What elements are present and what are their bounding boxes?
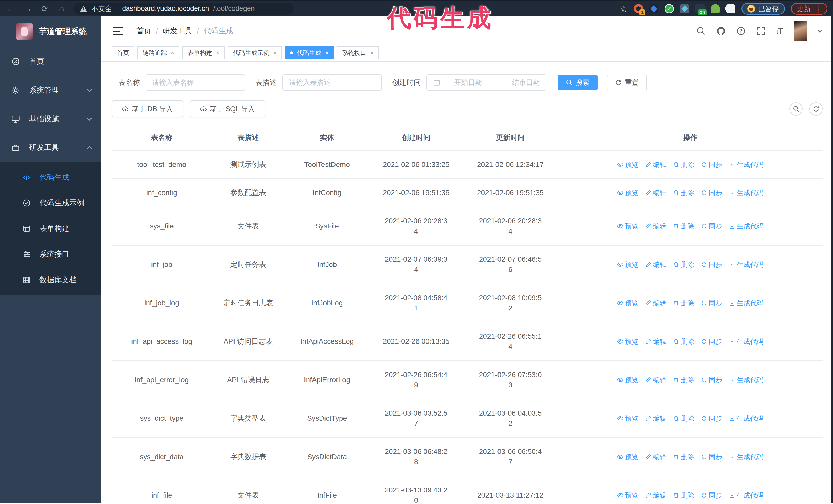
preview-link[interactable]: 预览 (617, 490, 639, 500)
generate-code-link[interactable]: 生成代码 (729, 259, 764, 270)
generate-code-link[interactable]: 生成代码 (729, 160, 764, 170)
delete-link[interactable]: 删除 (673, 298, 694, 308)
sync-link[interactable]: 同步 (701, 375, 722, 385)
puzzle-extensions-icon[interactable] (726, 4, 735, 13)
generate-code-link[interactable]: 生成代码 (729, 221, 764, 231)
generate-code-link[interactable]: 生成代码 (729, 298, 764, 308)
address-bar[interactable]: 不安全 | dashboard.yudao.iocoder.cn/tool/co… (73, 3, 294, 15)
home-icon[interactable]: ⌂ (56, 4, 67, 13)
sidebar-item-infra[interactable]: 基础设施 (0, 104, 101, 133)
user-avatar[interactable] (793, 21, 807, 41)
close-icon[interactable]: × (216, 49, 219, 56)
tab-home[interactable]: 首页 (112, 46, 134, 59)
delete-link[interactable]: 删除 (673, 452, 694, 462)
edit-link[interactable]: 编辑 (645, 413, 666, 424)
edit-link[interactable]: 编辑 (645, 375, 666, 385)
generate-code-link[interactable]: 生成代码 (729, 336, 764, 346)
delete-link[interactable]: 删除 (673, 336, 694, 346)
sync-link[interactable]: 同步 (701, 490, 722, 500)
refresh-table-button[interactable] (809, 102, 823, 116)
sync-link[interactable]: 同步 (701, 188, 722, 198)
sync-link[interactable]: 同步 (701, 298, 722, 308)
preview-link[interactable]: 预览 (617, 452, 639, 462)
preview-link[interactable]: 预览 (617, 413, 639, 424)
extension-icon[interactable] (649, 4, 659, 13)
sync-link[interactable]: 同步 (701, 221, 722, 231)
edit-link[interactable]: 编辑 (645, 160, 666, 170)
fullscreen-icon[interactable] (756, 26, 766, 35)
tab-form-builder[interactable]: 表单构建× (183, 46, 224, 59)
date-range-input[interactable]: 开始日期 - 结束日期 (427, 74, 546, 91)
close-icon[interactable]: × (325, 49, 329, 56)
edit-link[interactable]: 编辑 (645, 221, 666, 231)
sidebar-item-codegen[interactable]: 代码生成 (0, 165, 101, 190)
sidebar-item-system-api[interactable]: 系统接口 (0, 241, 101, 267)
edit-link[interactable]: 编辑 (645, 490, 666, 500)
font-size-icon[interactable]: tT (776, 27, 783, 35)
sidebar-item-form-builder[interactable]: 表单构建 (0, 216, 101, 241)
paused-profile-badge[interactable]: 已暂停 (741, 3, 785, 15)
table-name-input[interactable]: 请输入表名称 (146, 74, 245, 91)
breadcrumb-home[interactable]: 首页 (136, 26, 151, 36)
preview-link[interactable]: 预览 (617, 298, 639, 308)
close-icon[interactable]: × (171, 49, 174, 56)
import-db-button[interactable]: 基于 DB 导入 (112, 100, 183, 117)
sidebar-item-system[interactable]: 系统管理 (0, 76, 101, 104)
preview-link[interactable]: 预览 (617, 336, 639, 346)
extension-icon[interactable]: 1 (634, 4, 643, 13)
tab-tracing[interactable]: 链路追踪× (137, 46, 180, 59)
help-icon[interactable] (736, 26, 745, 35)
edit-link[interactable]: 编辑 (645, 452, 666, 462)
edit-link[interactable]: 编辑 (645, 336, 666, 346)
generate-code-link[interactable]: 生成代码 (729, 413, 764, 424)
edit-link[interactable]: 编辑 (645, 188, 666, 198)
sidebar-collapse-icon[interactable] (113, 27, 122, 35)
tab-codegen-example[interactable]: 代码生成示例× (228, 46, 282, 59)
edit-link[interactable]: 编辑 (645, 298, 666, 308)
tab-codegen[interactable]: 代码生成× (285, 46, 334, 59)
close-icon[interactable]: × (273, 49, 277, 56)
search-icon[interactable] (696, 26, 706, 35)
toggle-search-button[interactable] (789, 102, 803, 116)
preview-link[interactable]: 预览 (617, 259, 639, 270)
delete-link[interactable]: 删除 (673, 490, 694, 500)
github-icon[interactable] (716, 26, 725, 35)
import-sql-button[interactable]: 基于 SQL 导入 (190, 100, 265, 117)
sync-link[interactable]: 同步 (701, 413, 722, 424)
browser-update-button[interactable]: 更新 ⋮⋮ (791, 3, 827, 15)
preview-link[interactable]: 预览 (617, 221, 639, 231)
delete-link[interactable]: 删除 (673, 259, 694, 270)
sidebar-item-db-doc[interactable]: 数据库文档 (0, 267, 101, 293)
generate-code-link[interactable]: 生成代码 (729, 490, 764, 500)
reload-icon[interactable]: ⟳ (40, 4, 50, 14)
bookmark-star-icon[interactable]: ☆ (620, 4, 628, 14)
sync-link[interactable]: 同步 (701, 259, 722, 270)
sync-link[interactable]: 同步 (701, 336, 722, 346)
generate-code-link[interactable]: 生成代码 (729, 375, 764, 385)
sidebar-item-devtools[interactable]: 研发工具 (0, 133, 101, 162)
reset-button[interactable]: 重置 (607, 75, 647, 91)
forward-icon[interactable]: → (23, 4, 33, 13)
preview-link[interactable]: 预览 (617, 160, 639, 170)
app-logo[interactable]: 芋道管理系统 (0, 16, 101, 47)
delete-link[interactable]: 删除 (673, 413, 694, 424)
preview-link[interactable]: 预览 (617, 375, 639, 385)
sync-link[interactable]: 同步 (701, 160, 722, 170)
back-icon[interactable]: ← (6, 4, 16, 13)
sync-link[interactable]: 同步 (701, 452, 722, 462)
tab-system-api[interactable]: 系统接口× (337, 46, 379, 59)
preview-link[interactable]: 预览 (617, 188, 639, 198)
delete-link[interactable]: 删除 (673, 160, 694, 170)
search-button[interactable]: 搜索 (558, 75, 598, 91)
kebab-menu-icon[interactable]: ⋮⋮ (815, 6, 822, 12)
extension-icon[interactable] (665, 4, 674, 13)
extension-icon[interactable] (711, 4, 720, 13)
table-desc-input[interactable]: 请输入表描述 (282, 74, 382, 91)
extension-icon[interactable] (680, 4, 689, 13)
sidebar-item-codegen-example[interactable]: 代码生成示例 (0, 190, 101, 216)
breadcrumb-devtools[interactable]: 研发工具 (163, 26, 192, 36)
delete-link[interactable]: 删除 (673, 188, 694, 198)
generate-code-link[interactable]: 生成代码 (729, 188, 764, 198)
delete-link[interactable]: 删除 (673, 221, 694, 231)
sidebar-item-home[interactable]: 首页 (0, 47, 101, 76)
